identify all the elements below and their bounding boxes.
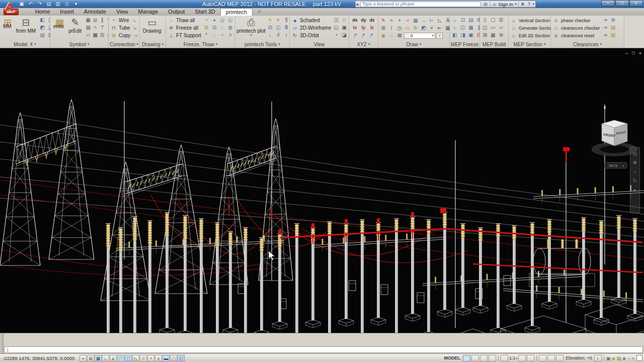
model-tab-icon[interactable]: [463, 355, 470, 361]
primtech-tool-icon[interactable]: #: [275, 32, 282, 39]
copy-button[interactable]: ⋓Copy↝: [110, 32, 139, 39]
shaded-button[interactable]: ●Schaded: [291, 17, 331, 24]
dyn-toggle[interactable]: ⌑: [140, 355, 147, 361]
tab-start3d[interactable]: Start 3D: [190, 8, 220, 16]
polar-toggle[interactable]: ∟: [102, 355, 109, 361]
xyz-tool-icon[interactable]: ↱: [352, 32, 359, 39]
model-tool-icon[interactable]: ◩: [39, 24, 46, 31]
mep-freeze-icon[interactable]: ◫: [459, 24, 466, 31]
tray-menu-caret-icon[interactable]: ▾: [632, 356, 634, 360]
drawing-minimize-icon[interactable]: –: [625, 51, 628, 56]
minimize-button[interactable]: –: [601, 0, 615, 7]
panel-label-view[interactable]: View: [290, 41, 349, 48]
freeze-all-button[interactable]: ❄Freeze all: [168, 24, 201, 32]
close-button[interactable]: ×: [629, 0, 643, 7]
osnap3d-toggle[interactable]: □: [117, 355, 124, 361]
tab-home[interactable]: Home: [30, 8, 55, 16]
mep-build-icon[interactable]: ⊞: [481, 32, 489, 39]
snap-toggle[interactable]: ⌖: [79, 355, 87, 361]
vertical-section-button[interactable]: ⌂Vertical Section: [510, 17, 554, 24]
orbit-3d-button[interactable]: ↻3D-Orbit: [291, 32, 331, 39]
search-input[interactable]: [360, 2, 481, 7]
symbol-tool-icon[interactable]: ☰: [99, 32, 106, 39]
plot-icon[interactable]: ⎙: [63, 1, 70, 7]
clearances-tool-icon[interactable]: ⇥: [602, 17, 609, 24]
lwt-toggle[interactable]: +: [147, 355, 154, 361]
annotation-scale-value[interactable]: 1:1▾: [509, 355, 518, 360]
mep-build-icon[interactable]: ▯: [481, 17, 489, 24]
draw-tool-icon[interactable]: ⊢: [428, 17, 435, 24]
clearances-tool-icon[interactable]: ▨: [610, 24, 617, 31]
mep-build-icon[interactable]: ☰: [498, 17, 505, 24]
panel-label-connection[interactable]: Connection: [109, 41, 139, 48]
quick-view-layouts-icon[interactable]: [480, 355, 488, 361]
primtech-tool-icon[interactable]: ≀: [283, 32, 290, 39]
cad-standards-icon[interactable]: ◈: [622, 356, 626, 361]
draw-tool-icon[interactable]: ≠: [428, 25, 435, 32]
primtech-tool-icon[interactable]: ↓: [267, 32, 274, 39]
freeze-tool-icon[interactable]: +: [219, 32, 226, 39]
selection-cycling-toggle[interactable]: ▢: [170, 355, 177, 361]
copy-alt-icon[interactable]: ↝: [132, 32, 139, 39]
grid-toggle[interactable]: ⊞: [87, 355, 94, 361]
drawing-button[interactable]: ▭ Drawing: [141, 17, 163, 34]
toolbar-lock-icon[interactable]: [547, 355, 555, 361]
primtech-tool-icon[interactable]: ◫: [275, 24, 282, 31]
primtech-tool-icon[interactable]: ⊟: [267, 24, 274, 31]
isolate-objects-icon[interactable]: [556, 355, 564, 361]
tab-output[interactable]: Output: [163, 8, 190, 16]
mep-freeze-icon[interactable]: ▤: [467, 17, 474, 24]
freeze-tool-icon[interactable]: ◔: [203, 17, 210, 24]
wire-alt-icon[interactable]: ↘: [131, 17, 138, 24]
draw-tool-icon[interactable]: /: [388, 25, 395, 32]
replace-z-icon[interactable]: ⌇: [594, 355, 602, 361]
symbol-tool-icon[interactable]: ◎: [92, 17, 99, 24]
freeze-tool-icon[interactable]: ⌂: [219, 24, 226, 31]
elevation-readout[interactable]: Elevation: +0: [565, 355, 593, 360]
tube-button[interactable]: ⊓Tube↳: [110, 24, 139, 32]
freeze-tool-icon[interactable]: ◵: [227, 17, 234, 24]
freeze-tool-icon[interactable]: ⊞: [203, 24, 210, 31]
clearances-checker-button[interactable]: ≡clearances checker: [552, 24, 600, 32]
layout-tab-icon[interactable]: [471, 355, 479, 361]
search-go-icon[interactable]: ▸: [357, 2, 359, 7]
clearances-tool-icon[interactable]: ⊛: [610, 17, 617, 24]
view-tool-icon[interactable]: □: [341, 17, 348, 24]
ducs-toggle[interactable]: ◺: [132, 355, 139, 361]
annotation-autoscale-icon[interactable]: [527, 355, 534, 361]
view-tool-icon[interactable]: ◱: [333, 24, 340, 31]
mep-freeze-icon[interactable]: ◧: [451, 32, 458, 39]
panel-label-drawing[interactable]: Drawing: [140, 41, 166, 48]
panel-pin-icon[interactable]: ⊼: [30, 42, 33, 47]
thaw-all-button[interactable]: ☼Thaw all: [168, 17, 201, 24]
view-tool-icon[interactable]: ▣: [341, 24, 348, 31]
otrack-toggle[interactable]: ◻: [125, 355, 132, 361]
undo-icon[interactable]: ↶: [27, 1, 34, 7]
coordinates-readout[interactable]: -22289.1476, 30841.5379, 0.0000: [0, 355, 74, 361]
trusted-autodesk-icon[interactable]: ◆: [612, 356, 615, 361]
mep-freeze-icon[interactable]: ▦: [467, 24, 474, 31]
tab-annotate[interactable]: Annotate: [79, 8, 111, 16]
lz-button[interactable]: lz: [368, 25, 376, 31]
wireframe-2d-button[interactable]: ▱2D-Wireframe: [291, 24, 331, 32]
freeze-tool-icon[interactable]: ◍: [227, 24, 234, 31]
panel-label-symbol[interactable]: Symbol: [50, 41, 108, 48]
dy-button[interactable]: dy: [360, 17, 367, 24]
tube-alt-icon[interactable]: ↳: [131, 25, 138, 32]
quick-properties-toggle[interactable]: ▬: [163, 355, 170, 361]
draw-tool-icon[interactable]: ◷: [396, 25, 403, 32]
layer-lock-icon[interactable]: ⊠: [396, 32, 403, 39]
draw-tool-icon[interactable]: ✎: [380, 17, 387, 24]
annotation-monitor-toggle[interactable]: ◱: [178, 355, 185, 361]
wire-button[interactable]: ~Wire↘: [110, 17, 139, 24]
edit-2d-section-button[interactable]: ⌂Edit 2D Section: [510, 32, 554, 39]
freeze-tool-icon[interactable]: ◶: [219, 17, 226, 24]
search-icon[interactable]: ◎: [482, 2, 489, 7]
workspace-switching-icon[interactable]: [539, 355, 546, 361]
draw-tool-icon[interactable]: ⇤: [436, 25, 443, 32]
plot-notify-icon[interactable]: ▣: [606, 356, 611, 361]
panel-label-clearances[interactable]: Clearances: [551, 41, 624, 48]
ly-button[interactable]: ly: [360, 25, 367, 31]
mep-build-icon[interactable]: ◫: [481, 24, 489, 31]
symbol-tool-icon[interactable]: ▨: [85, 24, 92, 31]
